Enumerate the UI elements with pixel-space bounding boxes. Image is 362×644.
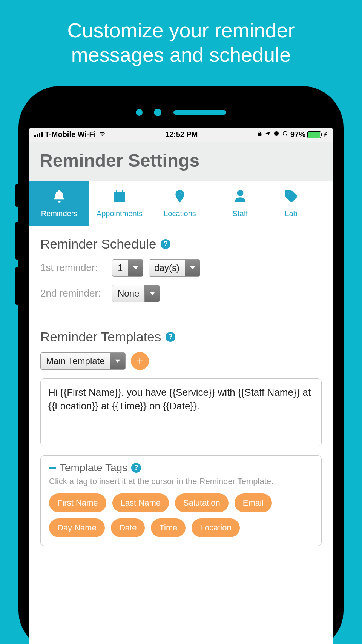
user-icon <box>233 189 248 206</box>
select-value: Main Template <box>41 353 110 369</box>
screen: T-Mobile Wi-Fi 12:52 PM 97% ⚡︎ Reminder … <box>29 128 333 644</box>
lock-icon <box>256 130 263 139</box>
headphones-icon <box>282 130 288 139</box>
help-icon[interactable]: ? <box>131 463 141 473</box>
carrier-label: T-Mobile Wi-Fi <box>45 130 96 139</box>
svg-rect-1 <box>114 192 125 194</box>
battery-icon <box>307 131 321 138</box>
tags-help-text: Click a tag to insert it at the cursor i… <box>49 476 313 487</box>
tab-appointments[interactable]: Appointments <box>89 181 150 226</box>
tab-label: Lab <box>285 209 297 218</box>
bell-icon <box>52 189 67 206</box>
chevron-down-icon <box>185 260 200 276</box>
select-value: None <box>112 285 144 302</box>
templates-section-title: Reminder Templates ? <box>40 329 322 344</box>
phone-speaker <box>173 110 226 115</box>
schedule-section-title: Reminder Schedule ? <box>40 237 322 252</box>
chevron-down-icon <box>144 285 160 302</box>
tab-reminders[interactable]: Reminders <box>29 181 89 226</box>
svg-rect-5 <box>119 196 121 198</box>
chevron-down-icon <box>110 353 125 369</box>
svg-rect-7 <box>119 199 121 201</box>
collapse-icon <box>49 467 56 469</box>
tab-locations[interactable]: Locations <box>150 181 210 226</box>
content: Reminder Schedule ? 1st reminder: 1 day(… <box>29 226 333 644</box>
template-select[interactable]: Main Template <box>40 352 126 370</box>
tab-staff[interactable]: Staff <box>210 181 270 226</box>
phone-sensor-dot <box>154 109 161 116</box>
page-title: Reminder Settings <box>40 150 322 171</box>
tag-location[interactable]: Location <box>192 518 239 537</box>
tag-email[interactable]: Email <box>235 493 272 512</box>
tag-first-name[interactable]: First Name <box>49 493 106 512</box>
reminder2-select[interactable]: None <box>112 285 160 302</box>
phone-camera-dot <box>136 109 143 116</box>
tab-labels[interactable]: Lab <box>270 181 312 226</box>
svg-rect-6 <box>116 199 118 201</box>
svg-rect-3 <box>122 190 123 193</box>
tab-bar: Reminders Appointments Locations Staff L… <box>29 181 333 226</box>
calendar-icon <box>112 189 127 206</box>
pin-icon <box>172 189 187 206</box>
help-icon[interactable]: ? <box>161 239 170 249</box>
svg-rect-4 <box>116 196 118 198</box>
phone-notch <box>18 109 344 116</box>
plus-icon: + <box>136 354 144 368</box>
tag-date[interactable]: Date <box>111 518 145 537</box>
template-textarea[interactable]: Hi {{First Name}}, you have {{Service}} … <box>40 378 322 446</box>
phone-side-button <box>15 222 18 260</box>
tab-label: Reminders <box>41 209 78 218</box>
select-value: 1 <box>112 260 128 276</box>
svg-rect-8 <box>122 196 123 198</box>
tags-header[interactable]: Template Tags ? <box>49 462 313 474</box>
schedule-row-1: 1st reminder: 1 day(s) <box>40 259 322 277</box>
tab-label: Appointments <box>97 209 143 218</box>
schedule-label-2: 2nd reminder: <box>40 287 107 299</box>
tag-last-name[interactable]: Last Name <box>112 493 169 512</box>
alarm-icon <box>273 130 280 139</box>
phone-frame: T-Mobile Wi-Fi 12:52 PM 97% ⚡︎ Reminder … <box>18 86 344 644</box>
tab-label: Staff <box>233 209 248 218</box>
clock: 12:52 PM <box>106 130 256 139</box>
location-arrow-icon <box>265 130 271 139</box>
select-value: day(s) <box>149 260 185 276</box>
help-icon[interactable]: ? <box>166 332 175 342</box>
chevron-down-icon <box>128 260 143 276</box>
svg-point-10 <box>287 192 289 194</box>
status-bar: T-Mobile Wi-Fi 12:52 PM 97% ⚡︎ <box>29 128 333 142</box>
reminder1-count-select[interactable]: 1 <box>112 259 143 277</box>
tags-title: Template Tags <box>60 462 127 474</box>
battery-percent: 97% <box>290 130 305 139</box>
template-select-row: Main Template + <box>40 352 322 370</box>
svg-point-9 <box>178 192 182 196</box>
add-template-button[interactable]: + <box>131 352 149 370</box>
tab-label: Locations <box>164 209 196 218</box>
phone-side-button <box>15 267 18 305</box>
reminder1-unit-select[interactable]: day(s) <box>149 259 200 277</box>
signal-icon <box>34 132 43 137</box>
phone-side-button <box>15 184 18 207</box>
tag-day-name[interactable]: Day Name <box>49 518 105 537</box>
tag-salutation[interactable]: Salutation <box>175 493 229 512</box>
template-tags-panel: Template Tags ? Click a tag to insert it… <box>40 455 322 546</box>
tags-list: First Name Last Name Salutation Email Da… <box>49 493 313 537</box>
wifi-icon <box>98 129 106 140</box>
promo-headline: Customize your reminder messages and sch… <box>0 0 362 75</box>
svg-rect-2 <box>116 190 117 193</box>
page-header: Reminder Settings <box>29 142 333 181</box>
charging-icon: ⚡︎ <box>323 131 328 139</box>
schedule-label-1: 1st reminder: <box>40 262 107 274</box>
tag-icon <box>284 189 299 206</box>
tag-time[interactable]: Time <box>151 518 186 537</box>
schedule-row-2: 2nd reminder: None <box>40 285 322 302</box>
